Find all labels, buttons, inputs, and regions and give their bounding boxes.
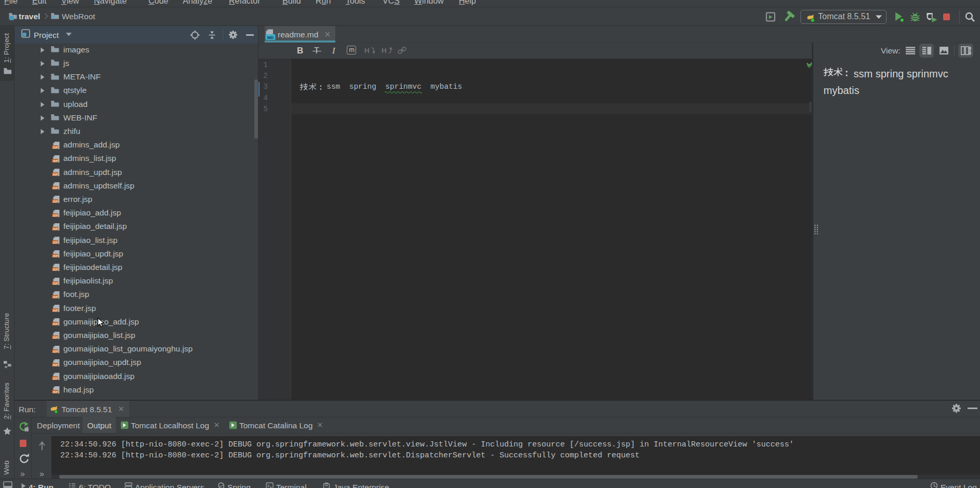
svg-text:JSP: JSP: [52, 213, 58, 216]
svg-text:JSP: JSP: [52, 322, 58, 326]
svg-text:JSP: JSP: [52, 227, 58, 230]
svg-text:JSP: JSP: [52, 281, 58, 284]
svg-text:JSP: JSP: [52, 159, 58, 162]
svg-text:JSP: JSP: [52, 241, 58, 244]
svg-text:JSP: JSP: [52, 268, 58, 271]
svg-text:JSP: JSP: [52, 186, 58, 189]
svg-text:JSP: JSP: [52, 349, 58, 353]
svg-text:JSP: JSP: [52, 363, 58, 366]
svg-text:JSP: JSP: [52, 295, 58, 298]
svg-text:JSP: JSP: [52, 200, 58, 203]
svg-text:JSP: JSP: [52, 254, 58, 257]
svg-text:MD: MD: [267, 35, 274, 40]
svg-text:JSP: JSP: [52, 390, 58, 394]
svg-text:JSP: JSP: [52, 377, 58, 380]
svg-text:JSP: JSP: [52, 173, 58, 176]
svg-text:JSP: JSP: [52, 309, 58, 312]
svg-text:JSP: JSP: [52, 145, 58, 148]
svg-text:JSP: JSP: [52, 336, 58, 339]
